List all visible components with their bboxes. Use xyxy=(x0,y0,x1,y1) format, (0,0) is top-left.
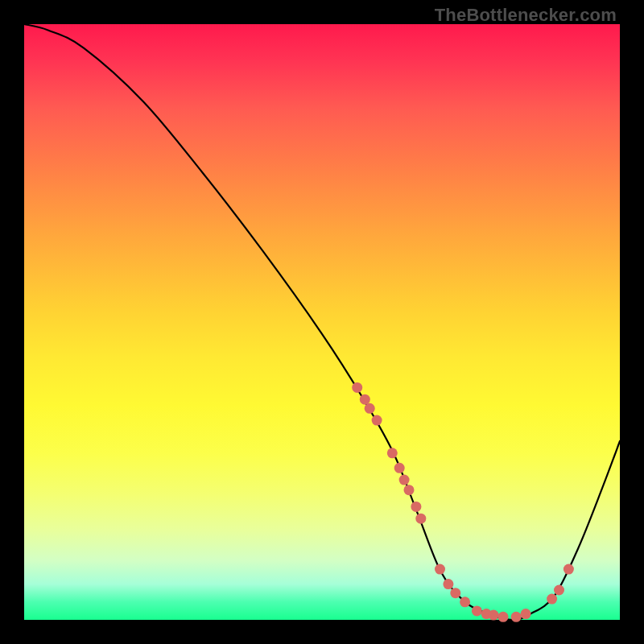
data-marker xyxy=(352,382,362,393)
data-marker xyxy=(399,475,410,485)
data-marker xyxy=(489,610,499,621)
data-marker xyxy=(564,564,574,575)
data-marker xyxy=(415,514,426,524)
data-marker xyxy=(554,585,564,596)
bottleneck-curve xyxy=(24,24,620,620)
data-marker xyxy=(498,612,509,622)
data-marker xyxy=(521,609,531,619)
attribution-label: TheBottlenecker.com xyxy=(435,5,617,26)
data-marker xyxy=(372,415,382,426)
data-marker xyxy=(435,564,445,575)
data-marker xyxy=(443,579,453,589)
chart-frame xyxy=(24,24,620,620)
data-marker xyxy=(450,588,460,598)
data-marker xyxy=(511,612,522,622)
data-marker xyxy=(365,403,375,414)
data-marker xyxy=(460,597,470,607)
data-marker xyxy=(360,394,370,405)
data-marker xyxy=(387,448,398,458)
plot-area xyxy=(24,24,620,620)
marker-group xyxy=(352,382,574,622)
data-marker xyxy=(404,485,415,495)
data-marker xyxy=(394,463,405,473)
data-marker xyxy=(472,605,482,616)
data-marker xyxy=(411,502,421,512)
data-marker xyxy=(547,594,557,605)
curve-layer xyxy=(24,24,620,620)
